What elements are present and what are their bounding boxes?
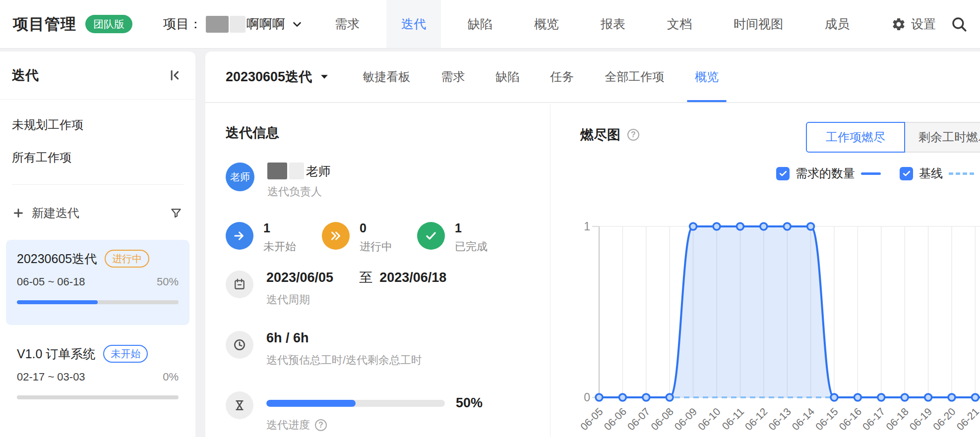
svg-text:06-11: 06-11 — [720, 406, 746, 432]
iteration-sidebar: 迭代 未规划工作项 所有工作项 新建迭代 20230605迭代 进行中 06-0… — [0, 52, 195, 437]
iteration-progress-bar — [17, 395, 179, 399]
project-name-redacted — [230, 16, 245, 33]
solid-line-swatch — [861, 172, 881, 175]
iteration-percent: 0% — [163, 371, 179, 383]
section-title: 迭代信息 — [226, 124, 279, 142]
iteration-tabs: 敏捷看板 需求 缺陷 任务 全部工作项 概览 — [359, 52, 723, 102]
period-start: 2023/06/05 — [266, 270, 333, 285]
tab-all-workitems[interactable]: 全部工作项 — [601, 52, 668, 102]
filter-icon[interactable] — [170, 207, 183, 219]
iteration-card-v1-order-system[interactable]: V1.0 订单系统 未开始 02-17 ~ 03-03 0% — [6, 335, 189, 420]
tab-overview[interactable]: 概览 — [691, 52, 723, 102]
sidebar-item-unplanned[interactable]: 未规划工作项 — [12, 117, 83, 133]
sidebar-title: 迭代 — [12, 66, 39, 84]
clock-icon — [226, 331, 253, 359]
dashed-line-swatch — [949, 172, 974, 175]
project-name-redacted — [206, 16, 229, 33]
svg-text:06-16: 06-16 — [837, 406, 863, 433]
progress-fill — [17, 300, 98, 304]
top-nav-tabs: 需求 迭代 缺陷 概览 报表 文档 时间视图 成员 设置 — [320, 0, 951, 48]
new-iteration-button[interactable]: 新建迭代 — [12, 205, 79, 221]
nav-tab-timeline[interactable]: 时间视图 — [719, 0, 798, 48]
stat-label: 已完成 — [455, 239, 488, 254]
hours-value: 6h / 6h — [266, 331, 422, 346]
period-to: 至 — [359, 270, 372, 285]
stat-completed: 1 已完成 — [417, 222, 488, 254]
nav-tab-overview[interactable]: 概览 — [519, 0, 574, 48]
hourglass-icon — [226, 391, 253, 419]
arrow-right-icon — [226, 222, 253, 250]
iteration-dates: 02-17 ~ 03-03 — [17, 371, 85, 383]
burndown-toggle-group: 工作项燃尽 剩余工时燃尽 — [806, 122, 980, 153]
avatar[interactable]: 老师 — [226, 163, 254, 191]
svg-text:06-19: 06-19 — [907, 406, 934, 433]
chevron-down-icon — [319, 71, 330, 82]
svg-text:06-13: 06-13 — [766, 406, 793, 433]
project-selector[interactable]: 项目： 啊啊啊 — [163, 15, 303, 33]
hours-row: 6h / 6h 迭代预估总工时/迭代剩余总工时 — [226, 331, 422, 368]
hours-label: 迭代预估总工时/迭代剩余总工时 — [266, 353, 422, 368]
legend-item-baseline: 基线 — [900, 165, 974, 181]
iteration-dates: 06-05 ~ 06-18 — [17, 275, 85, 288]
status-badge: 进行中 — [105, 250, 149, 268]
svg-text:06-10: 06-10 — [696, 406, 723, 433]
tab-agile-board[interactable]: 敏捷看板 — [359, 52, 414, 102]
sidebar-item-all-workitems[interactable]: 所有工作项 — [12, 150, 71, 165]
toggle-hours-burndown[interactable]: 剩余工时燃尽 — [905, 122, 980, 153]
tab-requirements[interactable]: 需求 — [437, 52, 469, 102]
main-panel: 20230605迭代 敏捷看板 需求 缺陷 任务 全部工作项 概览 迭代信息 老… — [205, 52, 980, 437]
period-label: 迭代周期 — [266, 292, 446, 307]
divider — [0, 99, 195, 100]
svg-text:06-05: 06-05 — [578, 406, 605, 433]
svg-text:06-21: 06-21 — [954, 406, 980, 433]
owner-name-redacted — [289, 163, 304, 179]
svg-text:06-22: 06-22 — [978, 406, 980, 433]
svg-text:06-07: 06-07 — [625, 406, 652, 433]
help-icon[interactable]: ? — [627, 129, 639, 141]
tab-tasks[interactable]: 任务 — [546, 52, 578, 102]
collapse-sidebar-icon[interactable] — [168, 68, 183, 83]
stat-in-progress: 0 进行中 — [322, 222, 392, 254]
nav-tab-iteration[interactable]: 迭代 — [386, 0, 441, 48]
svg-text:0: 0 — [584, 391, 590, 404]
owner-role: 迭代负责人 — [267, 184, 331, 199]
legend-item-requirements: 需求的数量 — [776, 165, 881, 181]
svg-text:06-14: 06-14 — [790, 405, 816, 432]
iteration-header: 20230605迭代 敏捷看板 需求 缺陷 任务 全部工作项 概览 — [205, 52, 980, 103]
stat-value: 1 — [455, 222, 488, 234]
nav-tab-settings[interactable]: 设置 — [876, 0, 951, 48]
owner-name: 老师 — [306, 163, 331, 179]
stat-value: 1 — [263, 222, 296, 234]
svg-text:1: 1 — [584, 220, 590, 233]
svg-text:06-15: 06-15 — [813, 406, 840, 433]
period-row: 2023/06/05至2023/06/18 迭代周期 — [226, 271, 446, 307]
iteration-percent: 50% — [157, 275, 179, 288]
nav-tab-defects[interactable]: 缺陷 — [453, 0, 507, 48]
nav-tab-reports[interactable]: 报表 — [586, 0, 640, 48]
svg-text:06-18: 06-18 — [884, 406, 911, 433]
help-icon[interactable]: ? — [315, 419, 327, 431]
toggle-workitem-burndown[interactable]: 工作项燃尽 — [806, 122, 905, 153]
stat-value: 0 — [360, 222, 392, 234]
project-name: 啊啊啊 — [246, 15, 285, 33]
nav-tab-members[interactable]: 成员 — [810, 0, 864, 48]
edition-badge: 团队版 — [85, 15, 132, 33]
owner-name-redacted — [267, 163, 287, 179]
iteration-name: 20230605迭代 — [17, 251, 97, 267]
checkbox-checked-icon[interactable] — [776, 167, 790, 180]
search-button[interactable] — [951, 16, 968, 33]
tab-defects[interactable]: 缺陷 — [491, 52, 523, 102]
legend-label: 需求的数量 — [796, 165, 855, 181]
checkbox-checked-icon[interactable] — [900, 167, 913, 180]
svg-text:06-17: 06-17 — [860, 406, 887, 433]
iteration-name: V1.0 订单系统 — [17, 346, 95, 362]
nav-tab-requirements[interactable]: 需求 — [320, 0, 374, 48]
nav-tab-documents[interactable]: 文档 — [652, 0, 707, 48]
gear-icon — [891, 17, 906, 32]
iteration-card-20230605[interactable]: 20230605迭代 进行中 06-05 ~ 06-18 50% — [6, 240, 189, 325]
stat-not-started: 1 未开始 — [226, 222, 296, 254]
iteration-dropdown[interactable]: 20230605迭代 — [226, 68, 330, 86]
svg-text:06-09: 06-09 — [672, 406, 699, 433]
stat-label: 进行中 — [360, 239, 392, 254]
svg-text:06-06: 06-06 — [602, 406, 628, 433]
